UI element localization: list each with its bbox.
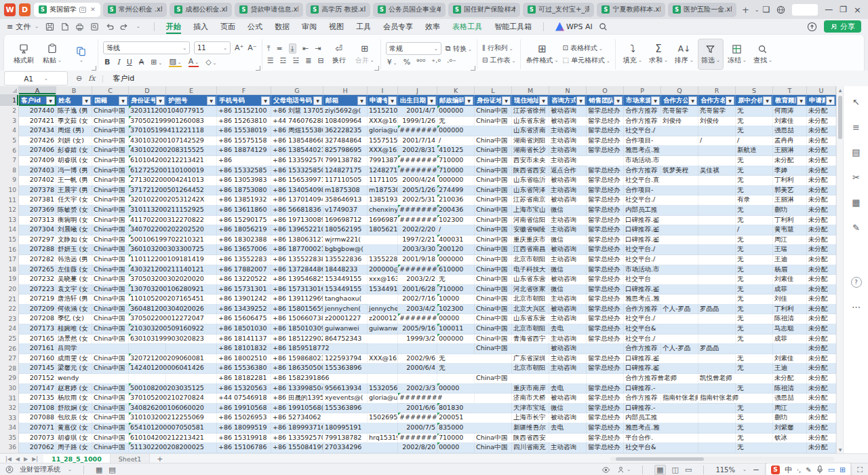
cell[interactable]: 主动咨询 [549, 363, 587, 374]
cell[interactable]: 广东省深圳 [512, 354, 549, 364]
cell[interactable]: 口碑推荐.鉴 [624, 215, 661, 226]
cell[interactable]: 指南针张老师 [698, 393, 736, 404]
cell[interactable]: 凯悦曾老师 [698, 373, 736, 384]
cell[interactable]: 200000@qq( [368, 265, 398, 276]
cell[interactable]: 无 [736, 294, 773, 305]
cell[interactable]: 留学总经办 [587, 314, 624, 324]
eye-icon[interactable] [601, 466, 610, 474]
ime-punct-icon[interactable]: ·, [797, 466, 801, 474]
column-header[interactable]: 咨询方式▼ [549, 95, 587, 106]
cell[interactable] [475, 413, 512, 423]
cell[interactable]: +86 1971300890 [271, 215, 323, 226]
column-letter-A[interactable]: A [19, 86, 56, 95]
zoom-out-button[interactable]: − [753, 465, 760, 474]
cell[interactable]: 合作方推荐 [624, 166, 661, 176]
cell[interactable]: 370502199901260083 [129, 116, 166, 127]
sum-button[interactable]: Σ 求和⌄ [646, 39, 671, 69]
cell[interactable]: +86 15320563 [217, 383, 271, 394]
cell[interactable]: 270334296 [323, 442, 368, 453]
menu-item-视图[interactable]: 视图 [323, 19, 350, 34]
filter-dropdown-icon[interactable]: ▼ [797, 96, 806, 105]
filter-dropdown-icon[interactable]: ▼ [726, 96, 734, 105]
cell[interactable]: 主动咨询 [549, 225, 587, 235]
cell[interactable]: / [736, 136, 773, 147]
cell[interactable]: 430103200107142529 [129, 136, 166, 147]
cell[interactable]: 留学总经办 [587, 265, 624, 276]
cell[interactable]: 15320563( [368, 383, 398, 394]
borders-button[interactable]: ⊞⌄ [151, 58, 162, 66]
cell[interactable]: 360103200303300725 [129, 244, 166, 255]
cell[interactable]: 口碑推荐.鉴 [624, 284, 661, 295]
cell[interactable]: 00000 [437, 442, 475, 453]
cell[interactable] [698, 274, 736, 285]
cell[interactable]: 刘佳 [773, 294, 807, 305]
cell[interactable]: 207265 [19, 265, 56, 276]
percent-button[interactable]: % [403, 58, 410, 66]
cell[interactable]: 130703200106280921 [129, 284, 166, 295]
column-letter-N[interactable]: N [549, 86, 587, 95]
cell[interactable]: 陈敏赟 (女 [56, 205, 92, 216]
cell[interactable]: 未分配 [807, 145, 836, 156]
column-header[interactable]: 合作方公▼ [661, 95, 698, 106]
cell[interactable]: 无 [736, 116, 773, 127]
find-button[interactable]: 查找⌄ [751, 39, 775, 69]
cell[interactable]: China中国 [475, 136, 512, 147]
cell[interactable]: 956613934 [323, 383, 368, 394]
cell[interactable]: +86 18501030 [217, 324, 271, 335]
worksheet-button[interactable]: ⊟ 工作表⌄ [482, 56, 515, 65]
zoom-level[interactable]: 115% [715, 466, 735, 474]
cell[interactable]: 蒯玏 [773, 413, 807, 423]
cell[interactable]: 207161 [19, 343, 56, 354]
document-tab[interactable]: S贷款申请信息.xlsx [235, 3, 303, 17]
distribute-icon[interactable]: ⊟ [318, 56, 324, 65]
cell[interactable]: China中国 [92, 155, 129, 166]
cell[interactable]: China中国 [92, 254, 129, 265]
cell[interactable]: 河北省张家 [512, 284, 549, 295]
status-grid-icon[interactable]: ▦ [96, 466, 102, 474]
cell[interactable]: 山东省东营 [512, 116, 549, 127]
cell[interactable]: 四川省南充 [512, 442, 549, 453]
italic-button[interactable]: I [117, 58, 119, 66]
cell[interactable]: 桂婉唯 (女 [56, 324, 92, 335]
row-number[interactable]: 17 [0, 254, 19, 265]
cell[interactable] [661, 205, 698, 216]
cell[interactable]: 被动咨询 [549, 244, 587, 255]
cell[interactable]: 835000 [437, 423, 475, 434]
cell[interactable]: +86 18099519 [217, 423, 271, 434]
cell[interactable]: +86 13053983 [217, 175, 271, 186]
cell[interactable]: 留学总经办 [587, 324, 624, 335]
cell[interactable]: 主动咨询 [549, 294, 587, 305]
cell[interactable]: 207073 [19, 433, 56, 444]
cell[interactable]: 153449155 [368, 284, 398, 295]
cell[interactable]: 留学总经办 [587, 185, 624, 196]
font-size-select[interactable]: 11⌄ [194, 41, 231, 54]
cell[interactable]: +86 1506607386 [271, 314, 323, 324]
cell[interactable]: 207088 [19, 413, 56, 423]
cell[interactable]: 无 [437, 354, 475, 364]
copy-button[interactable]: ⌄ [68, 39, 93, 69]
cell[interactable]: 无 [736, 274, 773, 285]
cell[interactable] [92, 343, 129, 354]
column-letter-G[interactable]: G [271, 86, 323, 95]
cell[interactable]: 155751588 [368, 136, 398, 147]
cell[interactable]: 124827175 [368, 166, 398, 176]
decrease-decimal-button[interactable]: ·⁰⁻ [447, 58, 456, 66]
cell[interactable]: 留学总经办 [587, 354, 624, 364]
cell[interactable] [549, 433, 587, 444]
cell[interactable]: 未分配 [807, 343, 836, 354]
row-number[interactable]: 20 [0, 284, 19, 295]
cell[interactable] [437, 393, 475, 404]
cell[interactable]: 371721200501264452 [129, 185, 166, 196]
cell[interactable]: 无 [736, 334, 773, 345]
cell[interactable] [166, 343, 217, 354]
row-number[interactable]: 5 [0, 136, 19, 147]
cell[interactable]: 被动咨询 [549, 116, 587, 127]
cell-style-button[interactable]: ⬚ 单元格样式⌄ [562, 56, 610, 65]
column-header[interactable]: 销售团队▼ [587, 95, 624, 106]
column-header[interactable]: 客户id▼ [19, 95, 56, 106]
cell[interactable]: 内部员工推 [624, 205, 661, 216]
cell[interactable]: 何雨涛 [773, 106, 807, 117]
cell[interactable]: +86 15536380 [217, 363, 271, 374]
cell[interactable]: 207108 [19, 403, 56, 414]
column-letter-L[interactable]: L [475, 86, 512, 95]
